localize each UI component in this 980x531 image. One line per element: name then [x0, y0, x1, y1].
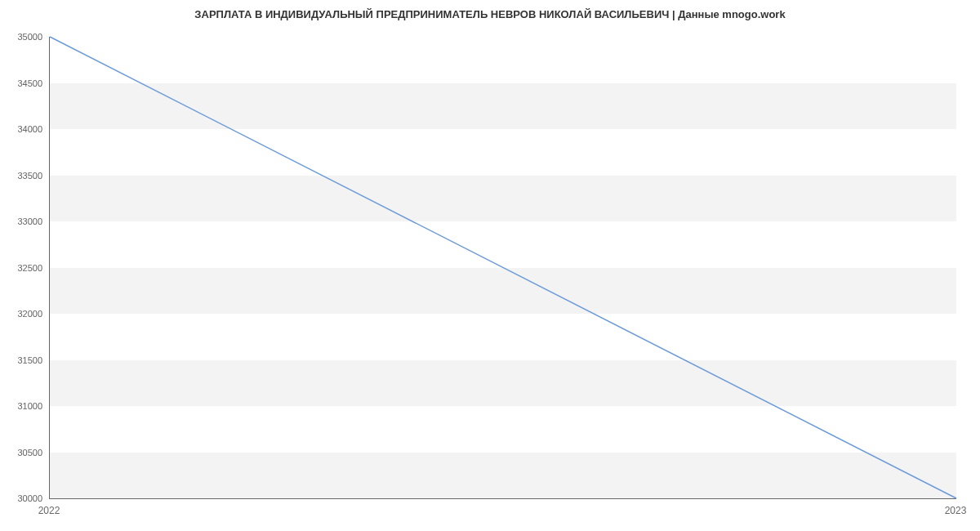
y-tick-label: 34500	[0, 78, 42, 88]
data-line	[50, 37, 956, 498]
y-tick-label: 32500	[0, 263, 42, 273]
x-tick-label: 2023	[945, 505, 967, 516]
y-tick-label: 34000	[0, 124, 42, 134]
y-tick-label: 30500	[0, 448, 42, 457]
x-tick-label: 2022	[38, 505, 60, 516]
line-series	[50, 37, 956, 498]
y-tick-label: 33000	[0, 216, 42, 226]
y-tick-label: 30000	[0, 493, 42, 503]
chart-container: ЗАРПЛАТА В ИНДИВИДУАЛЬНЫЙ ПРЕДПРИНИМАТЕЛ…	[0, 0, 980, 531]
y-tick-label: 31000	[0, 401, 42, 411]
y-tick-label: 33500	[0, 171, 42, 181]
y-tick-label: 32000	[0, 309, 42, 319]
chart-title: ЗАРПЛАТА В ИНДИВИДУАЛЬНЫЙ ПРЕДПРИНИМАТЕЛ…	[0, 0, 980, 31]
y-tick-label: 31500	[0, 355, 42, 365]
y-tick-label: 35000	[0, 32, 42, 42]
plot-area	[49, 37, 956, 499]
